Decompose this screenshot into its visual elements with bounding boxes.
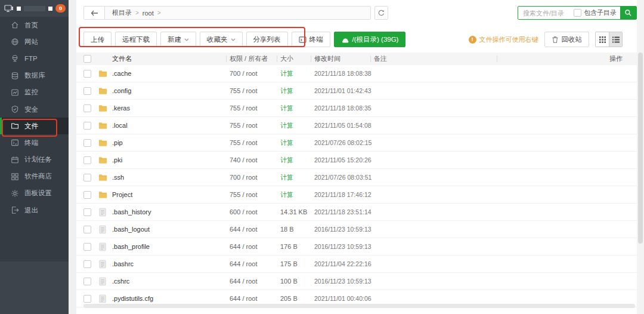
file-size[interactable]: 175 B	[280, 260, 314, 267]
sidebar-item[interactable]: 安全	[0, 101, 69, 118]
refresh-button[interactable]	[374, 6, 388, 20]
folder-icon	[98, 190, 112, 199]
recycle-bin-button[interactable]: 回收站	[544, 32, 590, 47]
appstore-icon	[11, 173, 19, 181]
file-size[interactable]: 100 B	[280, 278, 314, 285]
current-disk-button[interactable]: /(根目录) (39G)	[334, 32, 406, 47]
row-checkbox[interactable]	[83, 104, 91, 112]
table-row[interactable]: .bash_profile 644 / root 176 B 2016/11/2…	[76, 238, 637, 255]
file-size[interactable]: 计算	[280, 156, 314, 165]
sidebar-item[interactable]: 计划任务	[0, 152, 69, 168]
table-row[interactable]: Project 755 / root 计算 2021/11/18 17:46:1…	[76, 186, 637, 204]
col-permission-owner[interactable]: 权限 / 所有者	[230, 54, 280, 63]
back-button[interactable]	[84, 7, 105, 19]
sidebar-item[interactable]: 监控	[0, 84, 69, 101]
remote-download-button[interactable]: 远程下载	[115, 32, 157, 47]
file-permission-owner: 755 / root	[230, 191, 280, 198]
file-size[interactable]: 205 B	[280, 295, 314, 302]
row-checkbox[interactable]	[83, 208, 91, 216]
grid-view-button[interactable]	[596, 32, 609, 47]
row-checkbox[interactable]	[83, 156, 91, 164]
table-row[interactable]: .config 755 / root 计算 2021/11/01 01:42:4…	[76, 82, 637, 100]
col-size[interactable]: 大小	[280, 54, 314, 63]
search-button[interactable]	[620, 7, 636, 19]
file-size[interactable]: 计算	[280, 87, 314, 96]
sidebar-item[interactable]: 软件商店	[0, 168, 69, 185]
file-size[interactable]: 计算	[280, 104, 314, 113]
file-name[interactable]: Project	[112, 191, 230, 198]
row-checkbox[interactable]	[83, 122, 91, 130]
file-name[interactable]: .cshrc	[112, 278, 230, 285]
include-subdir-checkbox[interactable]	[574, 9, 581, 17]
sidebar-item[interactable]: 面板设置	[0, 185, 69, 202]
horizontal-scrollbar[interactable]	[83, 304, 635, 308]
file-name[interactable]: .config	[112, 87, 230, 94]
table-row[interactable]: .pki 740 / root 计算 2021/11/05 15:20:26	[76, 152, 637, 169]
row-checkbox[interactable]	[83, 139, 91, 147]
table-row[interactable]: .pip 755 / root 计算 2021/07/26 08:02:15	[76, 134, 637, 152]
share-list-button[interactable]: 分享列表	[246, 32, 288, 47]
file-name[interactable]: .bash_profile	[112, 243, 230, 250]
row-checkbox[interactable]	[83, 174, 91, 181]
sidebar-item[interactable]: 退出	[0, 202, 69, 218]
table-row[interactable]: .cache 700 / root 计算 2021/11/18 18:08:38	[76, 65, 637, 82]
file-name[interactable]: .bash_history	[112, 208, 230, 216]
favorites-dropdown-button[interactable]: 收藏夹	[200, 32, 243, 47]
file-size[interactable]: 计算	[280, 190, 314, 199]
file-size[interactable]: 计算	[280, 69, 314, 78]
list-view-button[interactable]	[609, 32, 622, 47]
table-row[interactable]: .local 755 / root 计算 2021/11/05 01:54:08	[76, 117, 637, 134]
file-name[interactable]: .local	[112, 122, 230, 129]
file-name[interactable]: .bash_logout	[112, 226, 230, 233]
file-size[interactable]: 18 B	[280, 226, 314, 233]
file-size[interactable]: 计算	[280, 173, 314, 182]
table-row[interactable]: .bashrc 644 / root 175 B 2021/11/04 22:2…	[76, 255, 637, 273]
row-checkbox[interactable]	[83, 295, 91, 303]
breadcrumb-item[interactable]: root	[143, 10, 154, 17]
file-name[interactable]: .ssh	[112, 174, 230, 181]
file-name[interactable]: .cache	[112, 70, 230, 77]
file-size[interactable]: 14.31 KB	[280, 208, 314, 216]
include-subdir-option[interactable]: 包含子目录	[574, 7, 620, 19]
file-size[interactable]: 计算	[280, 121, 314, 130]
sidebar-item[interactable]: 网站	[0, 33, 69, 50]
row-checkbox[interactable]	[83, 260, 91, 268]
table-row[interactable]: .bash_logout 644 / root 18 B 2016/11/23 …	[76, 221, 637, 238]
new-dropdown-button[interactable]: 新建	[160, 32, 196, 47]
sidebar-menu: 首页 网站 FTP 数据库 监控	[0, 17, 69, 261]
message-count-badge[interactable]: 0	[55, 4, 66, 13]
row-checkbox[interactable]	[83, 226, 91, 233]
table-row[interactable]: .bash_history 600 / root 14.31 KB 2021/1…	[76, 204, 637, 221]
sidebar-item[interactable]: 文件	[0, 118, 69, 134]
file-size[interactable]: 计算	[280, 138, 314, 147]
breadcrumb-item[interactable]: 根目录	[112, 8, 132, 17]
row-checkbox[interactable]	[83, 278, 91, 285]
file-name[interactable]: .pip	[112, 139, 230, 146]
sidebar-item[interactable]: FTP	[0, 50, 69, 67]
table-row[interactable]: .ssh 700 / root 计算 2021/07/26 08:03:51	[76, 169, 637, 186]
col-mtime[interactable]: 修改时间	[314, 54, 374, 63]
file-permission-owner: 644 / root	[230, 260, 280, 267]
row-checkbox[interactable]	[83, 191, 91, 199]
select-all-checkbox[interactable]	[83, 55, 91, 63]
calendar-icon	[11, 156, 19, 164]
terminal-button[interactable]: 终端	[292, 32, 330, 47]
row-checkbox[interactable]	[83, 87, 91, 95]
col-filename[interactable]: 文件名	[112, 54, 230, 63]
sidebar-item[interactable]: 数据库	[0, 67, 69, 84]
table-row[interactable]: .keras 755 / root 计算 2021/11/18 18:08:35	[76, 100, 637, 117]
vertical-scrollbar-thumb[interactable]	[638, 53, 643, 244]
file-name[interactable]: .pydistutils.cfg	[112, 295, 230, 302]
col-note[interactable]: 备注	[374, 54, 497, 63]
file-name[interactable]: .bashrc	[112, 260, 230, 267]
upload-button[interactable]: 上传	[83, 32, 112, 47]
file-name[interactable]: .pki	[112, 156, 230, 164]
row-checkbox[interactable]	[83, 243, 91, 251]
sidebar-item[interactable]: 首页	[0, 17, 69, 33]
search-input[interactable]	[518, 7, 574, 19]
row-checkbox[interactable]	[83, 70, 91, 78]
sidebar-item[interactable]: 终端	[0, 134, 69, 151]
file-size[interactable]: 176 B	[280, 243, 314, 250]
file-name[interactable]: .keras	[112, 104, 230, 112]
table-row[interactable]: .cshrc 644 / root 100 B 2016/11/23 10:59…	[76, 273, 637, 290]
